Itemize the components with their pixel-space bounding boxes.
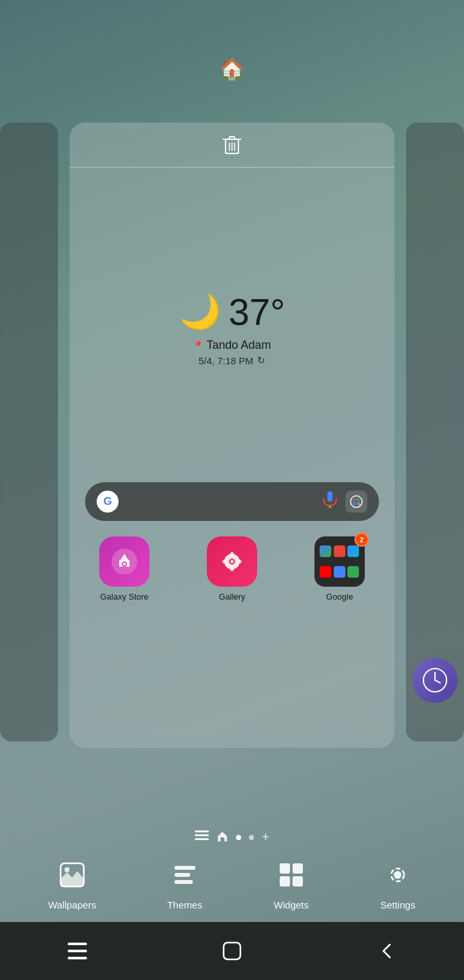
google-g-icon: G — [97, 491, 119, 513]
indicator-home-icon — [217, 830, 228, 845]
svg-rect-43 — [68, 943, 87, 945]
recent-apps-button[interactable] — [55, 935, 100, 967]
svg-point-25 — [230, 567, 234, 571]
themes-icon — [167, 857, 203, 893]
microphone-icon[interactable] — [322, 491, 338, 512]
svg-rect-46 — [224, 943, 240, 959]
galaxy-store-label: Galaxy Store — [100, 592, 148, 602]
svg-rect-28 — [195, 830, 209, 832]
side-card-right — [406, 122, 464, 741]
svg-rect-29 — [195, 834, 209, 836]
main-screen-card: 🌙 37° 📍 Tando Adam 5/4, 7:18 PM ↻ G — [70, 122, 394, 748]
svg-point-33 — [64, 867, 70, 872]
svg-point-20 — [123, 563, 126, 565]
weather-section: 🌙 37° 📍 Tando Adam 5/4, 7:18 PM ↻ — [70, 290, 394, 366]
home-button[interactable] — [209, 935, 255, 967]
svg-line-16 — [358, 504, 360, 505]
bottom-action-bar: Wallpapers Themes Widgets — [0, 845, 464, 922]
date-time: 5/4, 7:18 PM ↻ — [198, 355, 266, 366]
back-button[interactable] — [364, 935, 409, 967]
app-item-galaxy-store[interactable]: Galaxy Store — [89, 536, 160, 602]
trash-icon[interactable] — [223, 134, 241, 159]
wallpapers-icon — [54, 857, 90, 893]
location-row: 📍 Tando Adam — [193, 338, 271, 352]
svg-rect-44 — [68, 950, 87, 952]
google-label: Google — [326, 592, 353, 602]
themes-label: Themes — [167, 899, 202, 910]
svg-rect-36 — [175, 880, 193, 884]
svg-point-41 — [394, 871, 401, 879]
indicator-add-icon[interactable]: + — [262, 830, 269, 845]
google-lens-icon[interactable] — [345, 491, 367, 513]
widgets-icon — [273, 857, 309, 893]
side-card-left — [0, 122, 58, 741]
location-name: Tando Adam — [206, 338, 271, 352]
svg-line-17 — [353, 504, 354, 505]
galaxy-store-icon — [99, 536, 150, 587]
themes-button[interactable]: Themes — [167, 857, 203, 910]
app-item-gallery[interactable]: Gallery — [197, 536, 267, 602]
google-badge: 2 — [354, 533, 369, 547]
svg-rect-38 — [293, 863, 303, 874]
settings-label: Settings — [380, 899, 415, 910]
trash-area — [70, 122, 394, 174]
gallery-icon — [207, 536, 257, 587]
svg-rect-45 — [68, 957, 87, 959]
settings-button[interactable]: Settings — [380, 857, 416, 910]
svg-rect-30 — [195, 838, 209, 840]
gallery-label: Gallery — [218, 592, 245, 602]
svg-rect-31 — [220, 838, 224, 841]
widgets-label: Widgets — [274, 899, 309, 910]
widgets-button[interactable]: Widgets — [273, 857, 309, 910]
search-bar[interactable]: G — [85, 482, 379, 521]
svg-rect-40 — [293, 876, 303, 887]
app-item-google[interactable]: 2 Google — [304, 536, 375, 602]
svg-point-24 — [230, 552, 234, 556]
wallpapers-button[interactable]: Wallpapers — [48, 857, 96, 910]
svg-rect-39 — [280, 876, 290, 887]
indicator-dot-1 — [236, 835, 241, 840]
wallpapers-label: Wallpapers — [48, 899, 96, 910]
svg-rect-37 — [280, 863, 290, 874]
svg-rect-9 — [327, 491, 333, 502]
svg-line-14 — [353, 498, 354, 500]
partial-clock-app — [412, 658, 458, 703]
refresh-icon[interactable]: ↻ — [257, 355, 266, 366]
svg-line-2 — [435, 680, 440, 683]
settings-icon — [380, 857, 416, 893]
indicator-lines-icon — [195, 830, 209, 844]
svg-point-23 — [231, 560, 233, 563]
nav-bar — [0, 922, 464, 980]
svg-point-26 — [222, 560, 226, 564]
moon-icon: 🌙 — [179, 292, 221, 331]
svg-point-27 — [238, 560, 242, 564]
svg-rect-35 — [175, 873, 190, 877]
location-pin-icon: 📍 — [193, 340, 204, 351]
page-indicators: + — [195, 830, 269, 845]
indicator-dot-2 — [249, 835, 254, 840]
card-divider — [70, 167, 394, 168]
date-time-text: 5/4, 7:18 PM — [198, 355, 253, 366]
weather-main: 🌙 37° — [179, 290, 285, 333]
top-home-icon[interactable]: 🏠 — [219, 57, 245, 81]
temperature: 37° — [229, 290, 285, 333]
svg-rect-5 — [229, 137, 235, 139]
svg-rect-34 — [175, 866, 195, 870]
app-row: Galaxy Store Gallery — [70, 521, 394, 602]
svg-line-15 — [358, 498, 360, 500]
